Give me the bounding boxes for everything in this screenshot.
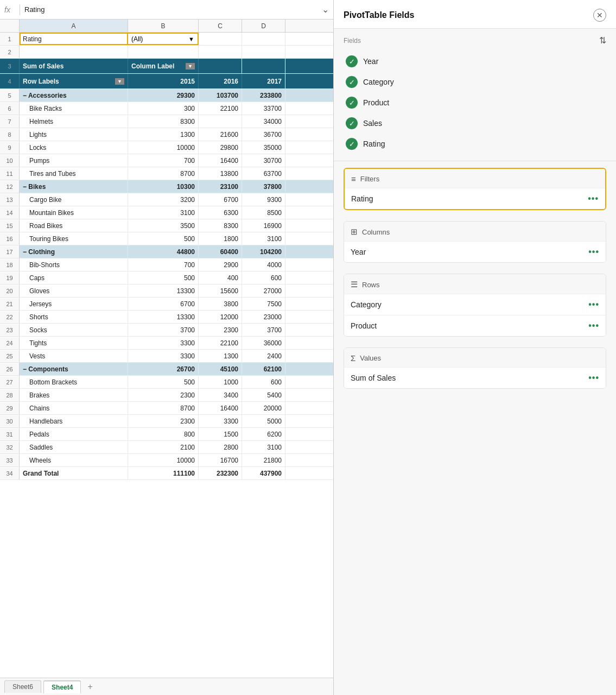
sheet-tab-sheet6[interactable]: Sheet6 (4, 680, 41, 693)
field-checkbox[interactable]: ✓ (346, 55, 358, 67)
cell-v2: 60400 (199, 245, 242, 258)
cell-v2: 3400 (199, 389, 242, 401)
zone-item-options[interactable]: ••• (588, 194, 599, 204)
zone-item[interactable]: Category ••• (344, 294, 606, 315)
cell-v1: 8700 (128, 167, 199, 180)
col-header-b[interactable]: B (128, 20, 199, 32)
checkmark-icon: ✓ (349, 119, 355, 128)
cell-v2: 45100 (199, 363, 242, 375)
sort-icon[interactable]: ⇅ (599, 35, 606, 46)
pivot-header: PivotTable Fields ✕ (334, 0, 616, 29)
zone-item[interactable]: Year ••• (344, 241, 606, 262)
cell-v1: 300 (128, 102, 199, 115)
row-num: 12 (0, 180, 20, 193)
table-row: 20 Gloves 13300 15600 27000 (0, 285, 333, 298)
table-row: 23 Socks 3700 2300 3700 (0, 324, 333, 337)
zone-item-options[interactable]: ••• (588, 300, 599, 309)
table-row: 24 Tights 3300 22100 36000 (0, 337, 333, 350)
table-row: 31 Pedals 800 1500 6200 (0, 428, 333, 441)
zone-item-options[interactable]: ••• (588, 247, 599, 257)
zone-item[interactable]: Sum of Sales ••• (344, 367, 606, 388)
pivot-field-item[interactable]: ✓ Year (344, 51, 606, 72)
cell-v2: 1800 (199, 232, 242, 245)
cell-v1: 3300 (128, 350, 199, 362)
pivot-close-button[interactable]: ✕ (593, 9, 606, 22)
field-checkbox[interactable]: ✓ (346, 138, 358, 150)
cell-v3: 30700 (242, 154, 285, 167)
cell-label: Touring Bikes (20, 232, 128, 245)
field-name-label: Category (363, 78, 394, 86)
cell-v2: 1500 (199, 428, 242, 440)
sheet-tabs: Sheet6 Sheet4 + (0, 678, 333, 695)
cell-label: Mountain Bikes (20, 206, 128, 219)
cell-v3: 7500 (242, 298, 285, 310)
col-header-d[interactable]: D (242, 20, 285, 32)
cell-v2: 13800 (199, 167, 242, 180)
cell-label: − Accessories (20, 89, 128, 102)
cell-v3: 3100 (242, 441, 285, 453)
columns-items: Year ••• (344, 241, 606, 262)
cell-v1: 3200 (128, 193, 199, 206)
cell-1-d (242, 33, 285, 45)
formula-content[interactable]: Rating (24, 5, 317, 14)
zone-item-options[interactable]: ••• (588, 373, 599, 383)
values-label: Values (360, 354, 381, 362)
cell-label: Pedals (20, 428, 128, 440)
table-row: 7 Helmets 8300 34000 (0, 115, 333, 128)
pivot-table-fields-panel: PivotTable Fields ✕ Fields ⇅ ✓ Year ✓ Ca… (334, 0, 616, 695)
field-checkbox[interactable]: ✓ (346, 117, 358, 129)
cell-v1: 3500 (128, 219, 199, 232)
row-num: 23 (0, 324, 20, 336)
cell-v1: 800 (128, 428, 199, 440)
zone-item-options[interactable]: ••• (588, 321, 599, 331)
fields-label: Fields (344, 37, 361, 45)
column-label-arrow[interactable]: ▼ (186, 63, 195, 70)
zone-item[interactable]: Product ••• (344, 315, 606, 336)
cell-v3: 9300 (242, 193, 285, 206)
checkmark-icon: ✓ (349, 58, 355, 66)
row-labels-dropdown[interactable]: ▼ (115, 78, 124, 85)
row-num: 8 (0, 128, 20, 141)
rows-zone-header: ☰ Rows (344, 274, 606, 294)
cell-v3: 2400 (242, 350, 285, 362)
cell-2-b (128, 46, 199, 58)
field-checkbox[interactable]: ✓ (346, 76, 358, 88)
col-header-c[interactable]: C (199, 20, 242, 32)
sheet-tab-sheet4[interactable]: Sheet4 (43, 680, 81, 693)
pivot-field-item[interactable]: ✓ Product (344, 92, 606, 113)
row-num: 7 (0, 115, 20, 128)
cell-v1: 2300 (128, 389, 199, 401)
table-row: 33 Wheels 10000 16700 21800 (0, 454, 333, 467)
field-checkbox[interactable]: ✓ (346, 97, 358, 109)
cell-v2: 22100 (199, 337, 242, 349)
filter-dropdown[interactable]: (All) ▼ (128, 33, 199, 45)
cell-v2: 8300 (199, 219, 242, 232)
cell-v3: 3700 (242, 324, 285, 336)
formula-caret[interactable]: ⌄ (322, 4, 329, 15)
fields-section-label: Fields ⇅ (344, 35, 606, 46)
pivot-field-item[interactable]: ✓ Category (344, 72, 606, 92)
table-row: 27 Bottom Brackets 500 1000 600 (0, 376, 333, 389)
formula-bar: fx Rating ⌄ (0, 0, 333, 20)
cell-v2: 3800 (199, 298, 242, 310)
row-num: 18 (0, 258, 20, 271)
pivot-field-item[interactable]: ✓ Sales (344, 113, 606, 134)
cell-2-a (20, 46, 128, 58)
cell-v2 (199, 115, 242, 128)
filter-label-cell[interactable]: Rating (20, 33, 128, 45)
table-row: 15 Road Bikes 3500 8300 16900 (0, 219, 333, 232)
pivot-field-item[interactable]: ✓ Rating (344, 134, 606, 154)
cell-label: Helmets (20, 115, 128, 128)
rows-items: Category ••• Product ••• (344, 294, 606, 336)
table-row: 17 − Clothing 44800 60400 104200 (0, 245, 333, 258)
table-row: 34 Grand Total 111100 232300 437900 (0, 467, 333, 480)
cell-v1: 500 (128, 232, 199, 245)
cell-v2: 16700 (199, 454, 242, 466)
rows-zone: ☰ Rows Category ••• Product ••• (344, 274, 606, 337)
zone-item[interactable]: Rating ••• (345, 188, 605, 209)
checkmark-icon: ✓ (349, 78, 355, 86)
table-row: 18 Bib-Shorts 700 2900 4000 (0, 258, 333, 271)
col-header-a[interactable]: A (20, 20, 128, 32)
cell-v3: 3100 (242, 232, 285, 245)
sheet-add-button[interactable]: + (83, 680, 97, 694)
